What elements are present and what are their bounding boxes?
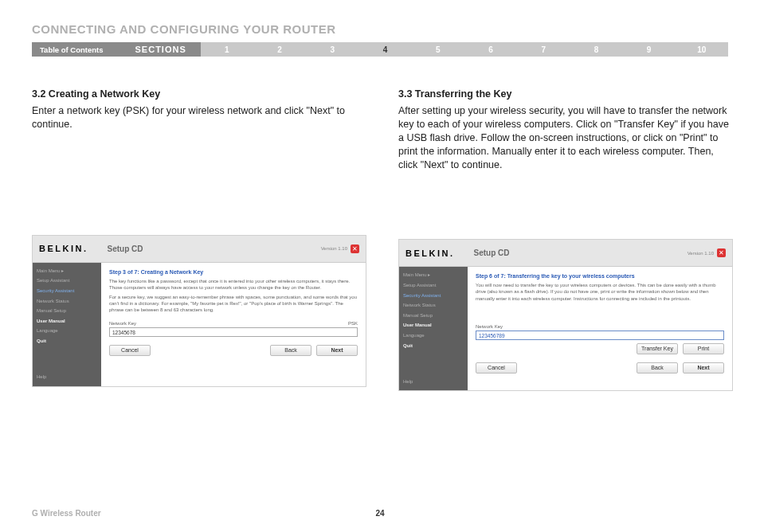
section-nav-bar: Table of Contents SECTIONS 1 2 3 4 5 6 7…	[32, 42, 728, 57]
nav-num-2[interactable]: 2	[253, 45, 306, 54]
app-title: Setup CD	[108, 244, 143, 253]
main-panel: Step 6 of 7: Transferring the key to you…	[468, 267, 732, 390]
network-key-input[interactable]: 123456789	[476, 331, 724, 340]
brand-logo: BELKIN.	[405, 248, 455, 258]
sidebar-item-network-status[interactable]: Network Status	[403, 302, 464, 310]
screenshot-create-key: BELKIN. Setup CD Version 1.10 ✕ Main Men…	[32, 235, 366, 387]
field-label-network-key: Network Key	[109, 321, 136, 326]
paragraph-1: You will now need to transfer the key to…	[476, 282, 724, 301]
right-column: 3.3 Transferring the Key After setting u…	[398, 88, 733, 391]
sidebar-item-main-menu[interactable]: Main Menu ▸	[403, 272, 464, 280]
sidebar-item-manual-setup[interactable]: Manual Setup	[37, 307, 97, 315]
nav-num-10[interactable]: 10	[676, 45, 728, 54]
step-title: Step 3 of 7: Creating a Network Key	[109, 269, 358, 275]
heading-3-3: 3.3 Transferring the Key	[398, 88, 733, 100]
nav-sections-label: SECTIONS	[112, 42, 201, 57]
next-button[interactable]: Next	[316, 345, 358, 356]
footer-product: G Wireless Router	[32, 509, 101, 518]
close-icon[interactable]: ✕	[717, 248, 726, 257]
back-button[interactable]: Back	[270, 345, 311, 356]
nav-num-4[interactable]: 4	[358, 45, 411, 54]
nav-num-9[interactable]: 9	[623, 45, 676, 54]
body-3-2: Enter a network key (PSK) for your wirel…	[32, 104, 366, 131]
field-label-network-key: Network Key	[476, 324, 503, 329]
shot-header: BELKIN. Setup CD Version 1.10 ✕	[33, 236, 366, 263]
brand-logo: BELKIN.	[39, 244, 88, 253]
nav-num-6[interactable]: 6	[464, 45, 517, 54]
nav-toc[interactable]: Table of Contents	[32, 42, 112, 57]
heading-3-2: 3.2 Creating a Network Key	[32, 88, 366, 100]
sidebar-item-user-manual[interactable]: User Manual	[403, 322, 464, 330]
shot-header: BELKIN. Setup CD Version 1.10 ✕	[399, 240, 732, 267]
print-button[interactable]: Print	[683, 343, 724, 354]
back-button[interactable]: Back	[637, 362, 678, 374]
sidebar-item-security-assistant[interactable]: Security Assistant	[37, 288, 97, 295]
sidebar-item-main-menu[interactable]: Main Menu ▸	[37, 268, 97, 276]
sidebar-item-setup-assistant[interactable]: Setup Assistant	[37, 277, 97, 285]
sidebar-item-network-status[interactable]: Network Status	[37, 298, 97, 306]
next-button[interactable]: Next	[683, 362, 724, 374]
sidebar-item-quit[interactable]: Quit	[37, 338, 97, 346]
sidebar-item-manual-setup[interactable]: Manual Setup	[403, 312, 464, 320]
network-key-input[interactable]: 12345678	[109, 327, 358, 337]
close-icon[interactable]: ✕	[351, 244, 359, 253]
sidebar-help[interactable]: Help	[403, 378, 464, 386]
paragraph-2: For a secure key, we suggest an easy-to-…	[109, 294, 358, 313]
page-number: 24	[375, 509, 384, 518]
screenshot-transfer-key: BELKIN. Setup CD Version 1.10 ✕ Main Men…	[398, 239, 733, 391]
cancel-button[interactable]: Cancel	[109, 345, 151, 356]
nav-numbers: 1 2 3 4 5 6 7 8 9 10	[201, 42, 728, 57]
cancel-button[interactable]: Cancel	[476, 362, 517, 374]
sidebar-item-language[interactable]: Language	[37, 327, 97, 335]
sidebar-item-user-manual[interactable]: User Manual	[37, 318, 97, 326]
body-3-3: After setting up your wireless security,…	[398, 104, 733, 171]
sidebar-item-language[interactable]: Language	[403, 332, 464, 340]
sidebar: Main Menu ▸ Setup Assistant Security Ass…	[33, 263, 101, 386]
sidebar-item-security-assistant[interactable]: Security Assistant	[403, 292, 464, 300]
version-text: Version 1.10	[321, 246, 347, 251]
sidebar-help[interactable]: Help	[37, 374, 97, 381]
sidebar-item-setup-assistant[interactable]: Setup Assistant	[403, 282, 464, 290]
transfer-key-button[interactable]: Transfer Key	[637, 343, 678, 354]
paragraph-1: The key functions like a password, excep…	[109, 278, 358, 291]
step-title: Step 6 of 7: Transferring the key to you…	[476, 273, 724, 279]
field-label-psk: PSK	[348, 321, 358, 326]
sidebar-item-quit[interactable]: Quit	[403, 342, 464, 350]
main-panel: Step 3 of 7: Creating a Network Key The …	[101, 263, 366, 386]
nav-num-3[interactable]: 3	[306, 45, 358, 54]
nav-num-8[interactable]: 8	[570, 45, 622, 54]
page-footer: G Wireless Router 24	[32, 509, 728, 518]
left-column: 3.2 Creating a Network Key Enter a netwo…	[32, 88, 366, 391]
nav-num-1[interactable]: 1	[201, 45, 253, 54]
version-text: Version 1.10	[688, 251, 714, 256]
nav-num-7[interactable]: 7	[517, 45, 570, 54]
sidebar: Main Menu ▸ Setup Assistant Security Ass…	[399, 267, 468, 390]
nav-num-5[interactable]: 5	[412, 45, 464, 54]
app-title: Setup CD	[474, 248, 510, 257]
page-title: CONNECTING AND CONFIGURING YOUR ROUTER	[32, 22, 728, 36]
